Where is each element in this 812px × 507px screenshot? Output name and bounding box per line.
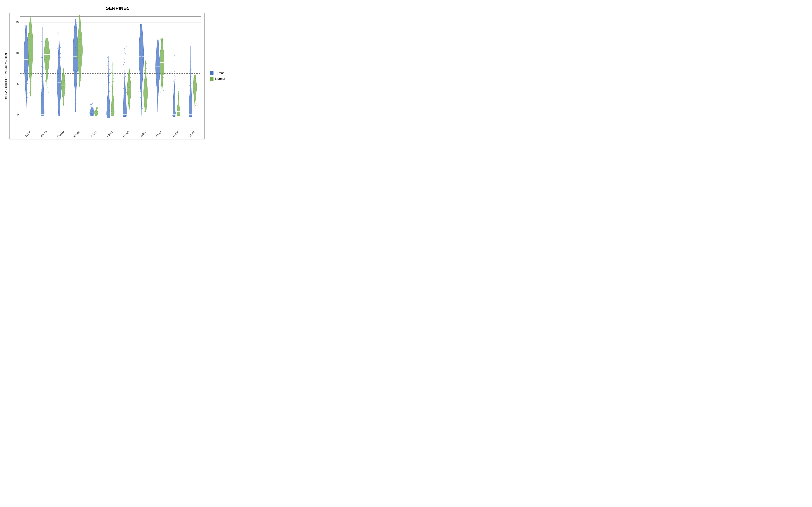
svg-point-129	[46, 47, 47, 48]
svg-point-493	[129, 91, 129, 91]
svg-point-798	[193, 92, 194, 93]
svg-point-41	[25, 25, 26, 26]
svg-point-53	[31, 56, 32, 57]
svg-point-591	[145, 61, 146, 62]
svg-point-608	[158, 50, 159, 51]
svg-point-29	[24, 55, 25, 55]
svg-point-639	[160, 52, 161, 52]
svg-point-158	[57, 33, 58, 33]
svg-point-200	[64, 69, 65, 69]
svg-point-563	[146, 73, 147, 74]
svg-point-108	[44, 67, 44, 68]
svg-point-537	[140, 67, 140, 68]
svg-point-113	[42, 99, 43, 100]
svg-point-255	[74, 70, 75, 71]
svg-point-433	[112, 65, 113, 66]
svg-point-180	[58, 99, 58, 100]
svg-point-90	[44, 111, 45, 112]
svg-point-743	[191, 97, 191, 98]
svg-point-254	[74, 59, 75, 60]
svg-point-109	[41, 99, 42, 99]
svg-point-576	[144, 93, 145, 93]
svg-point-190	[58, 102, 59, 103]
svg-point-22	[26, 96, 26, 96]
svg-point-239	[76, 69, 77, 69]
svg-point-434	[113, 113, 114, 114]
svg-point-184	[59, 82, 60, 82]
svg-text:LUSC: LUSC	[139, 130, 147, 138]
svg-point-377	[107, 57, 108, 58]
svg-point-784	[196, 97, 196, 98]
svg-point-495	[130, 82, 131, 83]
svg-point-559	[145, 99, 145, 100]
svg-point-314	[91, 114, 92, 115]
svg-point-117	[42, 108, 42, 109]
svg-point-385	[107, 76, 108, 77]
svg-point-150	[48, 71, 48, 71]
svg-point-465	[124, 57, 125, 57]
svg-point-388	[109, 75, 110, 76]
svg-point-701	[175, 76, 176, 76]
chart-title: SERPINB5	[3, 6, 232, 11]
svg-point-679	[173, 74, 174, 75]
svg-point-329	[92, 111, 93, 112]
svg-point-80	[31, 72, 32, 72]
svg-point-361	[97, 111, 98, 112]
svg-point-76	[31, 36, 31, 37]
svg-point-630	[159, 86, 159, 87]
svg-point-633	[163, 72, 164, 72]
svg-point-59	[29, 73, 30, 73]
svg-point-538	[140, 97, 141, 98]
svg-point-541	[141, 34, 142, 35]
svg-point-775	[189, 96, 190, 97]
svg-point-526	[142, 82, 143, 82]
svg-point-64	[30, 27, 31, 28]
svg-point-799	[195, 80, 196, 80]
svg-point-619	[158, 59, 159, 59]
svg-point-283	[79, 25, 80, 26]
svg-point-252	[75, 71, 75, 72]
svg-point-291	[79, 76, 80, 76]
chart-area: mRNA Expression (RNASeq V2, log2) 051015…	[3, 13, 232, 139]
svg-point-605	[157, 110, 158, 110]
svg-point-473	[126, 46, 126, 47]
svg-point-695	[172, 95, 173, 95]
svg-point-760	[192, 69, 192, 70]
svg-point-725	[179, 100, 179, 101]
svg-point-453	[124, 98, 125, 98]
svg-point-332	[90, 104, 91, 105]
svg-point-598	[156, 60, 157, 61]
svg-point-811	[194, 104, 195, 105]
svg-point-155	[47, 69, 48, 70]
svg-point-772	[190, 115, 190, 116]
svg-point-299	[80, 38, 81, 38]
svg-point-20	[27, 80, 27, 81]
svg-point-588	[146, 79, 147, 80]
svg-point-263	[77, 36, 77, 36]
svg-point-546	[141, 103, 141, 104]
svg-point-500	[129, 71, 130, 72]
svg-point-770	[189, 90, 190, 91]
svg-point-560	[145, 73, 146, 73]
svg-point-335	[93, 105, 94, 106]
svg-point-789	[194, 74, 195, 75]
svg-point-610	[157, 69, 158, 69]
svg-point-535	[142, 90, 142, 90]
svg-point-634	[163, 66, 164, 67]
svg-point-528	[142, 54, 143, 55]
svg-point-39	[26, 54, 27, 54]
svg-point-75	[30, 68, 31, 69]
svg-point-771	[191, 69, 192, 70]
svg-point-794	[195, 78, 196, 79]
svg-point-197	[63, 69, 64, 70]
svg-point-413	[111, 72, 112, 73]
svg-point-49	[31, 38, 32, 39]
svg-point-191	[59, 63, 59, 64]
svg-point-269	[79, 21, 79, 21]
svg-point-696	[174, 86, 175, 87]
svg-point-783	[196, 75, 196, 76]
svg-point-531	[141, 58, 142, 58]
svg-point-694	[173, 59, 174, 60]
svg-point-278	[78, 50, 79, 51]
svg-text:PRAD: PRAD	[155, 130, 163, 138]
